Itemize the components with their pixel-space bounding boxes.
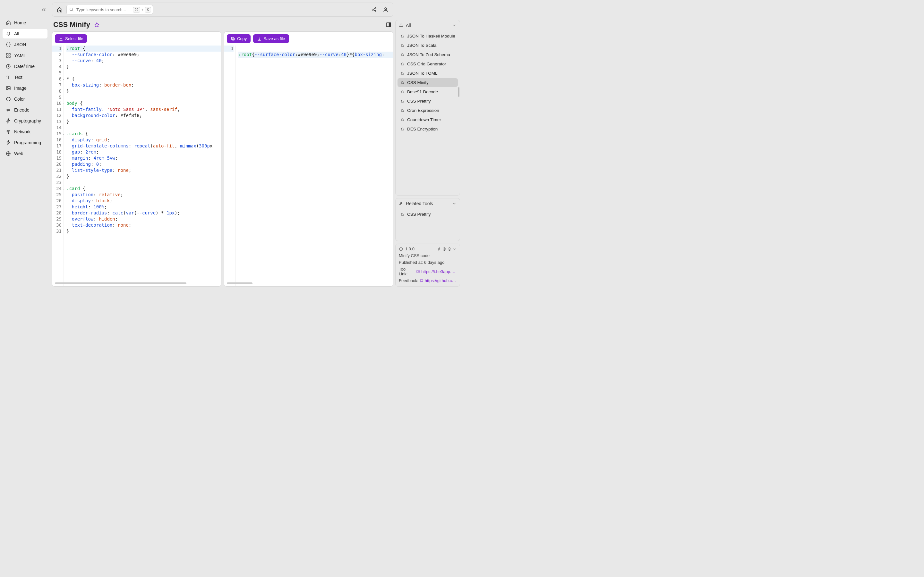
search-field[interactable]: ⌘ + K — [66, 5, 153, 15]
svg-point-10 — [70, 8, 73, 11]
nav-item-datetime[interactable]: Date/Time — [3, 61, 47, 71]
tool-item-label: Cron Expression — [407, 108, 439, 113]
svg-rect-1 — [9, 53, 10, 55]
select-file-button[interactable]: Select file — [55, 34, 87, 43]
link-external-icon — [416, 269, 420, 274]
nav-item-all[interactable]: All — [3, 29, 47, 39]
nav-item-programming[interactable]: Programming — [3, 138, 47, 147]
tool-item-label: JSON To Zod Schema — [407, 52, 450, 57]
palette-icon — [6, 97, 11, 102]
svg-rect-0 — [6, 53, 8, 55]
input-hscrollbar[interactable] — [55, 282, 186, 284]
text-icon — [6, 75, 11, 80]
bell-icon — [400, 212, 405, 217]
tool-item-label: CSS Minify — [407, 80, 429, 85]
svg-rect-2 — [6, 56, 8, 57]
tool-item-label: CSS Grid Generator — [407, 61, 446, 66]
tool-item[interactable]: DES Encryption — [397, 125, 458, 133]
upload-icon — [59, 37, 63, 41]
braces-icon — [6, 42, 11, 47]
search-shortcut: ⌘ + K — [133, 7, 151, 13]
bell-icon — [400, 71, 405, 76]
sidebar: Home All JSON YAML Date/Time Text — [0, 0, 50, 288]
output-code-area[interactable]: 1 :root{--surface-color:#e9e9e9;--curve:… — [224, 45, 393, 286]
tool-item[interactable]: JSON To Haskell Module — [397, 32, 458, 40]
globe-icon — [6, 151, 11, 156]
check-icon — [447, 247, 451, 251]
nav-item-web[interactable]: Web — [3, 149, 47, 158]
chat-icon — [420, 279, 423, 283]
nav-item-home[interactable]: Home — [3, 18, 47, 27]
bell-icon — [400, 43, 405, 48]
nav-item-image[interactable]: Image — [3, 83, 47, 93]
nav-label: Image — [14, 85, 27, 91]
tool-item[interactable]: CSS Grid Generator — [397, 60, 458, 68]
tool-item-label: Countdown Timer — [407, 117, 441, 122]
account-button[interactable] — [382, 6, 389, 13]
bolt-icon — [437, 247, 441, 251]
bell-icon — [400, 99, 405, 103]
search-input[interactable] — [76, 7, 130, 12]
svg-rect-16 — [389, 23, 391, 27]
nav-label: Date/Time — [14, 64, 35, 69]
related-header[interactable]: Related Tools — [396, 198, 460, 209]
tools-filter[interactable]: All — [396, 20, 460, 31]
related-panel: Related Tools CSS Prettify — [395, 198, 460, 241]
favorite-button[interactable] — [94, 22, 100, 27]
svg-point-14 — [384, 8, 387, 10]
svg-point-8 — [8, 133, 8, 134]
tool-item[interactable]: CSS Minify — [397, 78, 458, 87]
svg-rect-18 — [231, 37, 234, 39]
tool-link[interactable]: https://t.he3app.co… — [421, 269, 457, 274]
tool-item[interactable]: JSON To TOML — [397, 69, 458, 77]
save-as-label: Save as file — [263, 36, 285, 41]
tool-item[interactable]: JSON To Zod Schema — [397, 50, 458, 59]
copy-button[interactable]: Copy — [227, 34, 250, 43]
home-button[interactable] — [56, 6, 63, 13]
feedback-label: Feedback: — [399, 278, 418, 283]
output-hscrollbar[interactable] — [227, 282, 252, 284]
chevron-down-icon[interactable] — [453, 247, 457, 251]
nav-item-cryptography[interactable]: Cryptography — [3, 116, 47, 126]
related-item[interactable]: CSS Prettify — [397, 210, 458, 219]
tools-scrollbar[interactable] — [458, 87, 459, 97]
nav-item-text[interactable]: Text — [3, 73, 47, 82]
nav-item-json[interactable]: JSON — [3, 40, 47, 49]
feedback-link[interactable]: https://github.com/… — [425, 278, 457, 283]
bell-icon — [400, 81, 405, 85]
toggle-panel-button[interactable] — [385, 21, 392, 28]
tools-filter-label: All — [406, 23, 411, 28]
nav-item-network[interactable]: Network — [3, 127, 47, 137]
sidebar-collapse-button[interactable] — [40, 6, 47, 13]
nav-label: YAML — [14, 53, 26, 58]
input-code-area[interactable]: 1˅23456˅78910˅1112131415˅161718192021222… — [52, 45, 221, 286]
info-icon — [399, 247, 403, 251]
bolt-icon — [6, 140, 11, 145]
editors: Select file 1˅23456˅78910˅1112131415˅161… — [52, 31, 393, 287]
input-code[interactable]: :root { --surface-color: #e9e9e9; --curv… — [64, 45, 221, 286]
nav-label: Web — [14, 151, 23, 156]
save-as-file-button[interactable]: Save as file — [253, 34, 289, 43]
nav-label: Encode — [14, 107, 29, 113]
output-code[interactable]: :root{--surface-color:#e9e9e9;--curve:40… — [236, 45, 393, 286]
transfer-icon — [6, 107, 11, 113]
tool-item[interactable]: CSS Prettify — [397, 97, 458, 105]
image-icon — [6, 85, 11, 91]
tool-item[interactable]: Base91 Decode — [397, 87, 458, 96]
right-panel: All JSON To Haskell ModuleJSON To ScalaJ… — [395, 0, 462, 288]
nav-item-yaml[interactable]: YAML — [3, 51, 47, 60]
input-gutter: 1˅23456˅78910˅1112131415˅161718192021222… — [52, 45, 64, 286]
tool-item[interactable]: JSON To Scala — [397, 41, 458, 50]
share-button[interactable] — [371, 6, 378, 13]
tool-item[interactable]: Cron Expression — [397, 106, 458, 115]
nav-item-encode[interactable]: Encode — [3, 105, 47, 115]
bell-icon — [399, 23, 403, 27]
tools-panel: All JSON To Haskell ModuleJSON To ScalaJ… — [395, 20, 460, 195]
tool-item[interactable]: Countdown Timer — [397, 115, 458, 124]
main-column: ⌘ + K CSS Minify — [50, 0, 395, 288]
bolt-icon — [6, 118, 11, 123]
kbd-cmd: ⌘ — [133, 7, 140, 13]
svg-point-6 — [7, 87, 8, 88]
nav-item-color[interactable]: Color — [3, 94, 47, 104]
nav-label: JSON — [14, 42, 26, 47]
